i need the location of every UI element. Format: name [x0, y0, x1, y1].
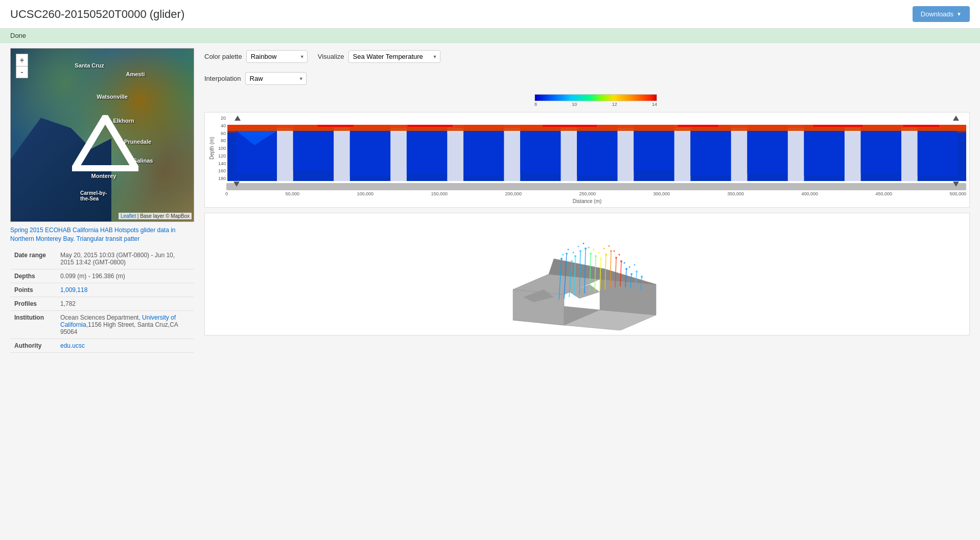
viz-3d-container: [204, 213, 970, 335]
svg-marker-27: [804, 131, 845, 176]
zoom-out-button[interactable]: -: [16, 66, 28, 78]
svg-point-77: [615, 257, 617, 259]
svg-rect-20: [618, 125, 634, 181]
bottom-slider-right[interactable]: [953, 182, 959, 187]
bottom-slider-track: [226, 183, 966, 190]
colorscale-bar: [534, 94, 657, 101]
cs-tick-14: 14: [652, 102, 657, 107]
visualize-group: Visualize Sea Water Temperature Salinity…: [318, 50, 440, 63]
interpolation-group: Interpolation Raw Linear Cubic: [204, 72, 307, 85]
svg-rect-39: [903, 125, 940, 127]
svg-marker-25: [747, 131, 787, 173]
x-axis-label: Distance (m): [208, 198, 966, 204]
profiles-value: 1,782: [56, 297, 194, 310]
profiles-label: Profiles: [10, 297, 56, 310]
maptiles-attribution: Base layer © MapBox: [140, 213, 190, 219]
bottom-slider-left[interactable]: [234, 182, 240, 187]
points-link[interactable]: 1,009,118: [60, 286, 87, 294]
svg-point-96: [629, 266, 631, 268]
top-slider-right-handle[interactable]: [953, 116, 959, 121]
zoom-controls: + -: [16, 54, 28, 78]
map-label-santa-cruz: Santa Cruz: [75, 62, 104, 69]
svg-marker-31: [918, 131, 958, 176]
authority-value: edu.ucsc: [56, 339, 194, 352]
status-text: Done: [10, 32, 26, 39]
colorscale-bar-wrap: 8 10 12 14: [534, 94, 657, 107]
svg-marker-21: [634, 131, 674, 171]
svg-rect-30: [901, 125, 918, 181]
svg-marker-1: [75, 118, 136, 169]
date-range-value: May 20, 2015 10:03 (GMT-0800) - Jun 10, …: [56, 249, 194, 269]
downloads-button[interactable]: Downloads ▼: [913, 6, 970, 22]
svg-point-84: [568, 249, 569, 251]
interpolation-label: Interpolation: [204, 75, 241, 82]
date-range-label: Date range: [10, 249, 56, 269]
svg-point-83: [563, 254, 564, 256]
y-axis-label: Depth (m): [208, 116, 215, 181]
svg-point-69: [574, 255, 576, 257]
depth-chart-area: Depth (m) 20 40 60 80 100 120 140 160 18…: [204, 112, 970, 208]
viz-3d-svg: [498, 218, 676, 330]
svg-point-76: [610, 250, 612, 252]
distance-axis: 0 50,000 100,000 150,000 200,000 250,000…: [225, 190, 966, 197]
downloads-label: Downloads: [921, 10, 953, 18]
svg-marker-13: [407, 131, 447, 173]
svg-point-74: [600, 258, 602, 260]
zoom-in-button[interactable]: +: [16, 54, 28, 66]
svg-marker-17: [520, 131, 561, 173]
svg-point-88: [588, 247, 590, 249]
svg-rect-10: [334, 125, 350, 181]
table-row-depths: Depths 0.099 (m) - 196.386 (m): [10, 269, 194, 283]
svg-rect-36: [543, 125, 597, 127]
svg-point-89: [593, 249, 595, 251]
color-palette-label: Color palette: [204, 53, 242, 60]
svg-rect-28: [845, 125, 861, 181]
color-palette-select[interactable]: Rainbow Jet Viridis Plasma: [246, 50, 308, 63]
info-table: Date range May 20, 2015 10:03 (GMT-0800)…: [10, 249, 194, 353]
svg-rect-8: [277, 125, 293, 181]
cs-tick-8: 8: [534, 102, 537, 107]
leaflet-link[interactable]: Leaflet: [121, 213, 136, 219]
svg-point-82: [641, 276, 643, 278]
svg-point-97: [634, 264, 636, 266]
interpolation-row: Interpolation Raw Linear Cubic: [204, 70, 970, 87]
authority-link[interactable]: edu.ucsc: [60, 342, 85, 349]
university-link[interactable]: University of California: [60, 314, 176, 328]
top-slider-left-handle[interactable]: [235, 116, 241, 121]
svg-point-85: [573, 252, 574, 254]
depths-value: 0.099 (m) - 196.386 (m): [56, 269, 194, 283]
interpolation-select-wrapper: Raw Linear Cubic: [245, 72, 307, 85]
svg-line-56: [595, 256, 596, 291]
svg-rect-22: [674, 125, 691, 181]
map-container: Santa Cruz Amesti Watsonville Elkhorn Pr…: [10, 48, 194, 222]
svg-point-95: [624, 262, 625, 264]
svg-point-70: [579, 250, 581, 252]
svg-point-73: [595, 255, 597, 257]
svg-point-79: [625, 268, 627, 270]
profile-chart-svg: [227, 125, 966, 181]
authority-label: Authority: [10, 339, 56, 352]
institution-label: Institution: [10, 310, 56, 339]
glider-path: [72, 115, 138, 171]
interpolation-select[interactable]: Raw Linear Cubic: [245, 72, 307, 85]
dataset-description: Spring 2015 ECOHAB California HAB Hotspo…: [10, 226, 194, 243]
svg-rect-35: [408, 125, 453, 127]
depths-label: Depths: [10, 269, 56, 283]
chart-plot-area: [227, 116, 966, 181]
main-content: Santa Cruz Amesti Watsonville Elkhorn Pr…: [0, 43, 980, 358]
top-slider: [227, 116, 966, 124]
svg-point-80: [631, 273, 633, 275]
cs-tick-10: 10: [572, 102, 577, 107]
svg-point-87: [583, 243, 585, 244]
svg-point-72: [590, 253, 592, 255]
svg-point-93: [614, 251, 615, 252]
svg-point-78: [620, 260, 622, 262]
svg-point-66: [561, 258, 563, 260]
svg-marker-15: [463, 131, 504, 176]
map-background: Santa Cruz Amesti Watsonville Elkhorn Pr…: [11, 49, 194, 221]
points-label: Points: [10, 283, 56, 297]
svg-rect-12: [390, 125, 407, 181]
visualize-label: Visualize: [318, 53, 344, 60]
table-row-points: Points 1,009,118: [10, 283, 194, 297]
visualize-select[interactable]: Sea Water Temperature Salinity Density: [348, 50, 440, 63]
